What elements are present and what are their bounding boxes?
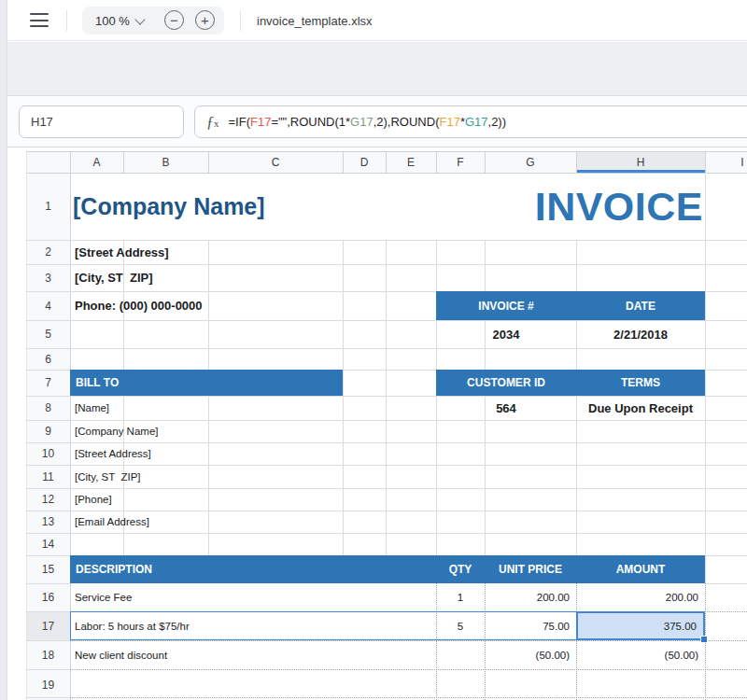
column-header-G[interactable]: G	[485, 151, 576, 173]
row-header-4[interactable]: 4	[26, 291, 70, 320]
gridline	[386, 151, 387, 173]
fx-icon: ƒx	[206, 114, 219, 131]
gridline	[208, 151, 209, 173]
row-header-2[interactable]: 2	[26, 240, 70, 264]
row-header-7[interactable]: 7	[26, 370, 70, 396]
gridline	[123, 151, 124, 173]
gridline	[705, 151, 706, 173]
column-header-I[interactable]: I	[705, 151, 747, 173]
row-header-18[interactable]: 18	[26, 640, 70, 669]
gridline	[705, 173, 706, 583]
cell-street-address[interactable]: [Street Address]	[70, 240, 343, 264]
cell-description-17[interactable]: Labor: 5 hours at $75/hr	[70, 611, 436, 640]
spreadsheet-app-window: 100 % − + invoice_template.xlsx ƒx =IF(F…	[0, 0, 747, 700]
row-header-14[interactable]: 14	[26, 533, 70, 555]
cell-description-header: DESCRIPTION	[76, 555, 152, 583]
cell-unit-price-18[interactable]: (50.00)	[485, 640, 576, 669]
document-title: invoice_template.xlsx	[257, 0, 373, 41]
cell-name-box[interactable]	[19, 105, 184, 138]
gridline	[26, 533, 747, 534]
formula-input[interactable]: ƒx =IF(F17="",ROUND(1*G17,2),ROUND(F17*G…	[194, 105, 747, 138]
cell-bill-to-name[interactable]: [Name]	[70, 396, 343, 420]
gridline	[26, 151, 27, 700]
gridline	[26, 697, 70, 698]
cell-description-18[interactable]: New client discount	[70, 640, 436, 669]
cell-bill-to-street[interactable]: [Street Address]	[70, 442, 343, 465]
column-header-D[interactable]: D	[343, 151, 386, 173]
row-header-10[interactable]: 10	[26, 442, 70, 465]
hamburger-menu-icon[interactable]	[30, 13, 49, 27]
row-header-12[interactable]: 12	[26, 488, 70, 511]
cell-qty-17[interactable]: 5	[436, 611, 485, 640]
cell-amount-header: AMOUNT	[576, 555, 705, 583]
cell-invoice-number-header[interactable]: INVOICE #	[436, 291, 576, 320]
column-header-B[interactable]: B	[123, 151, 208, 173]
cell-date-header[interactable]: DATE	[576, 291, 705, 320]
gridline	[436, 151, 437, 173]
row-header-5[interactable]: 5	[26, 320, 70, 348]
row-header-17[interactable]: 17	[26, 611, 70, 640]
cell-bill-to-email[interactable]: [Email Address]	[70, 511, 343, 533]
cell-amount-16[interactable]: 200.00	[576, 583, 705, 611]
row-header-1[interactable]: 1	[26, 173, 70, 240]
row-header-11[interactable]: 11	[26, 465, 70, 488]
zoom-level-dropdown[interactable]: 100 %	[95, 7, 130, 35]
gridline	[485, 151, 486, 173]
minus-icon: −	[170, 13, 178, 27]
cell-amount-18[interactable]: (50.00)	[576, 640, 705, 669]
gridline	[26, 611, 70, 612]
column-header-F[interactable]: F	[436, 151, 485, 173]
cell-bill-to-phone[interactable]: [Phone]	[70, 488, 343, 511]
dotted-border	[70, 669, 747, 670]
gridline	[26, 348, 747, 349]
cell-bill-to-header[interactable]: BILL TO	[70, 370, 343, 396]
gridline	[705, 583, 747, 584]
row-header-13[interactable]: 13	[26, 511, 70, 533]
fill-handle[interactable]	[700, 636, 708, 643]
gridline	[26, 583, 70, 584]
cell-terms-header[interactable]: TERMS	[576, 370, 705, 396]
cell-qty-header: QTY	[436, 555, 485, 583]
cell-city-state-zip[interactable]: [City, ST ZIP]	[70, 264, 343, 291]
cell-invoice-title[interactable]: INVOICE	[436, 173, 705, 240]
row-header-3[interactable]: 3	[26, 264, 70, 291]
formula-text: =IF(F17="",ROUND(1*G17,2),ROUND(F17*G17,…	[229, 115, 507, 129]
row-header-6[interactable]: 6	[26, 348, 70, 370]
cell-description-16[interactable]: Service Fee	[70, 583, 436, 611]
row-header-19[interactable]: 19	[26, 669, 70, 700]
zoom-out-button[interactable]: −	[164, 10, 184, 30]
toolbar-divider	[66, 10, 67, 31]
selected-cell-H17[interactable]: 375.00	[576, 611, 705, 640]
dotted-border	[70, 697, 747, 698]
row-header-8[interactable]: 8	[26, 396, 70, 420]
cell-bill-to-company[interactable]: [Company Name]	[70, 420, 343, 442]
gridline	[26, 640, 70, 641]
gridline	[70, 151, 71, 173]
cell-unit-price-17[interactable]: 75.00	[485, 611, 576, 640]
row-header-16[interactable]: 16	[26, 583, 70, 611]
plus-icon: +	[201, 13, 209, 27]
toolbar-divider	[240, 10, 241, 31]
row-header-15[interactable]: 15	[26, 555, 70, 583]
gridline	[26, 151, 747, 152]
cell-qty-16[interactable]: 1	[436, 583, 485, 611]
column-header-E[interactable]: E	[386, 151, 436, 173]
row-header-9[interactable]: 9	[26, 420, 70, 442]
cell-terms[interactable]: Due Upon Receipt	[576, 396, 705, 420]
column-header-A[interactable]: A	[70, 151, 123, 173]
cell-date[interactable]: 2/21/2018	[576, 320, 705, 348]
ribbon-collapsed-band	[7, 42, 747, 96]
table-header-band[interactable]: DESCRIPTION QTY UNIT PRICE AMOUNT	[70, 555, 705, 583]
zoom-in-button[interactable]: +	[195, 10, 215, 30]
cell-invoice-number[interactable]: 2034	[436, 320, 576, 348]
cell-customer-id[interactable]: 564	[436, 396, 576, 420]
gridline	[343, 151, 344, 173]
cell-unit-price-16[interactable]: 200.00	[485, 583, 576, 611]
cell-bill-to-city[interactable]: [City, ST ZIP]	[70, 465, 343, 488]
gridline	[26, 669, 70, 670]
window-left-edge	[0, 0, 7, 700]
cell-phone[interactable]: Phone: (000) 000-0000	[70, 291, 388, 320]
column-header-C[interactable]: C	[208, 151, 343, 173]
cell-qty-18[interactable]	[436, 640, 485, 669]
cell-customer-id-header[interactable]: CUSTOMER ID	[436, 370, 576, 396]
